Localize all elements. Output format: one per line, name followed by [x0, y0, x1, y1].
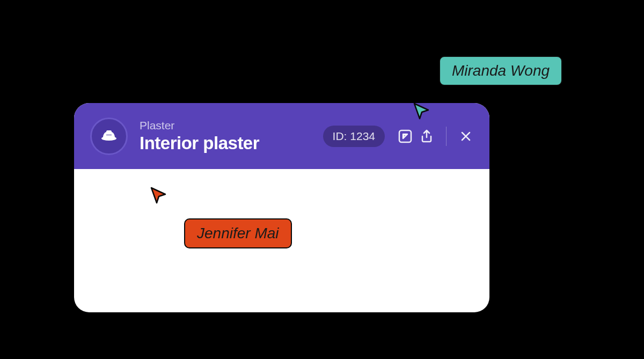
subtitle: Plaster: [140, 119, 323, 132]
expand-button[interactable]: [394, 126, 416, 147]
close-icon: [459, 130, 472, 143]
user-label-miranda: Miranda Wong: [439, 56, 562, 86]
id-badge: ID: 1234: [323, 126, 385, 147]
share-icon: [419, 129, 434, 144]
svg-point-0: [101, 136, 116, 141]
detail-card: Plaster Interior plaster ID: 1234: [74, 103, 489, 312]
cursor-jennifer: [149, 186, 169, 205]
share-button[interactable]: [416, 126, 437, 147]
hardhat-icon: [101, 130, 117, 143]
title-section: Plaster Interior plaster: [140, 119, 323, 153]
close-button[interactable]: [455, 126, 477, 147]
category-icon-circle: [90, 118, 128, 155]
divider: [446, 127, 447, 146]
expand-icon: [398, 129, 413, 144]
cursor-miranda: [412, 101, 431, 121]
page-title: Interior plaster: [140, 133, 323, 153]
user-label-jennifer: Jennifer Mai: [184, 218, 292, 248]
